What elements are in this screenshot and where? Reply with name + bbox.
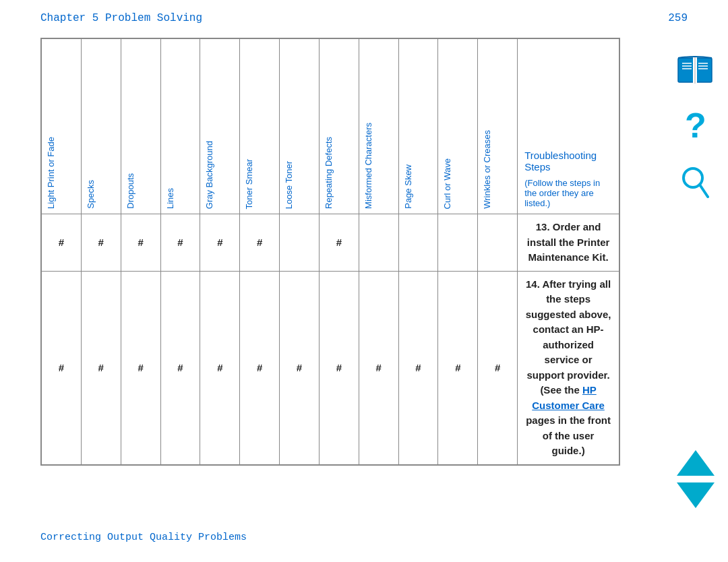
col-gray-bg: Gray Background: [200, 39, 240, 214]
col-specks: Specks: [81, 39, 121, 214]
row2-col7: #: [280, 271, 320, 464]
row2-col3: #: [121, 271, 160, 464]
table-header-row: Light Print or Fade Specks Dropouts Line…: [42, 39, 619, 214]
col-toner-smear: Toner Smear: [240, 39, 280, 214]
row1-col5: #: [200, 214, 240, 272]
row2-col12: #: [478, 271, 518, 464]
col-lines: Lines: [160, 39, 200, 214]
row2-col4: #: [160, 271, 200, 464]
row1-col7: [280, 214, 320, 272]
row2-col10: #: [398, 271, 438, 464]
col-curl-wave: Curl or Wave: [438, 39, 478, 214]
svg-line-12: [700, 185, 708, 197]
col-loose-toner: Loose Toner: [280, 39, 320, 214]
row2-desc: 14. After trying all the steps suggested…: [518, 271, 619, 464]
nav-arrows: [677, 450, 715, 508]
nav-down-arrow[interactable]: [677, 482, 715, 508]
row1-col1: #: [42, 214, 82, 272]
ts-sub: (Follow the steps in the order they are …: [524, 178, 612, 208]
svg-rect-0: [678, 58, 694, 82]
row2-col1: #: [42, 271, 82, 464]
ts-title: Troubleshooting Steps: [524, 150, 612, 173]
nav-up-arrow[interactable]: [677, 450, 715, 476]
main-table: Light Print or Fade Specks Dropouts Line…: [41, 38, 619, 465]
row2-col9: #: [359, 271, 398, 464]
table-row: # # # # # # # # # # # # 14. After trying…: [42, 271, 619, 464]
col-dropouts: Dropouts: [121, 39, 160, 214]
row2-col11: #: [438, 271, 478, 464]
row1-col2: #: [81, 214, 121, 272]
row1-col3: #: [121, 214, 160, 272]
chapter-label: Chapter 5 Problem Solving: [40, 12, 202, 24]
row2-col6: #: [240, 271, 280, 464]
troubleshooting-header: Troubleshooting Steps (Follow the steps …: [518, 39, 619, 214]
sidebar-icons: ?: [675, 54, 715, 201]
row2-col5: #: [200, 271, 240, 464]
row1-col6: #: [240, 214, 280, 272]
row1-col4: #: [160, 214, 200, 272]
row1-col11: [438, 214, 478, 272]
row1-col10: [398, 214, 438, 272]
row2-col2: #: [81, 271, 121, 464]
col-misformed: Misformed Characters: [359, 39, 398, 214]
table-wrapper: Light Print or Fade Specks Dropouts Line…: [40, 38, 620, 466]
hp-customer-care-link[interactable]: HP Customer Care: [532, 384, 605, 411]
row2-col8: #: [319, 271, 359, 464]
col-repeating: Repeating Defects: [319, 39, 359, 214]
page-number: 259: [668, 12, 688, 24]
row1-col9: [359, 214, 398, 272]
main-content: Light Print or Fade Specks Dropouts Line…: [0, 31, 728, 466]
magnify-icon[interactable]: [681, 166, 709, 201]
row1-desc: 13. Order and install the Printer Mainte…: [518, 214, 619, 272]
book-icon[interactable]: [675, 54, 715, 86]
row1-col8: #: [319, 214, 359, 272]
footer-text: Correcting Output Quality Problems: [40, 532, 247, 543]
col-page-skew: Page Skew: [398, 39, 438, 214]
table-row: # # # # # # # 13. Order and install the …: [42, 214, 619, 272]
svg-rect-1: [696, 58, 712, 82]
page-header: Chapter 5 Problem Solving 259: [0, 0, 728, 31]
svg-text:?: ?: [685, 106, 706, 145]
row1-col12: [478, 214, 518, 272]
col-wrinkles: Wrinkles or Creases: [478, 39, 518, 214]
col-light-print: Light Print or Fade: [42, 39, 82, 214]
question-icon[interactable]: ?: [682, 106, 708, 146]
